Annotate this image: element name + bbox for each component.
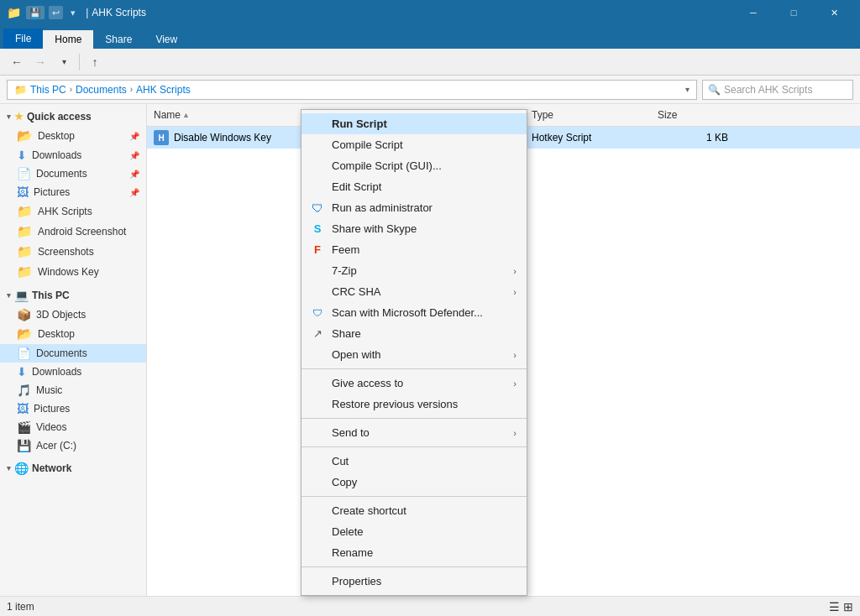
ctx-create-shortcut[interactable]: Create shortcut [302, 500, 527, 521]
forward-button[interactable]: → [30, 52, 50, 72]
videos-icon: 🎬 [17, 420, 31, 434]
ctx-edit-script-label: Edit Script [332, 180, 381, 193]
ctx-crc-sha[interactable]: CRC SHA › [302, 281, 527, 302]
col-type-header[interactable]: Type [525, 107, 651, 123]
sidebar-item-label-desktop-quick: Desktop [38, 130, 75, 142]
ctx-run-as-admin[interactable]: 🛡 Run as administrator [302, 197, 527, 218]
network-label: Network [32, 462, 71, 474]
col-size-header[interactable]: Size [651, 107, 735, 123]
status-text: 1 item [7, 601, 34, 613]
android-folder-icon: 📁 [17, 224, 33, 239]
close-button[interactable]: ✕ [815, 0, 853, 25]
sidebar-item-desktop-thispc[interactable]: 📂 Desktop [0, 324, 146, 344]
tab-share[interactable]: Share [93, 30, 144, 49]
ctx-run-script[interactable]: Run Script [302, 113, 527, 134]
music-icon: 🎵 [17, 384, 31, 397]
ctx-cut[interactable]: Cut [302, 451, 527, 472]
sidebar-section-network[interactable]: ▾ 🌐 Network [0, 458, 146, 478]
save-btn[interactable]: 💾 [26, 6, 45, 19]
file-name-label: Disable Windows Key [174, 132, 271, 144]
ctx-run-script-label: Run Script [332, 117, 387, 130]
sidebar-item-windows-key[interactable]: 📁 Windows Key [0, 262, 146, 282]
address-path[interactable]: 📁 This PC › Documents › AHK Scripts ▾ [7, 80, 697, 100]
pin-icon-pictures: 📌 [129, 188, 139, 197]
list-view-icon[interactable]: ☰ [829, 600, 840, 613]
ctx-compile-script[interactable]: Compile Script [302, 134, 527, 155]
back-button[interactable]: ← [7, 52, 27, 72]
ctx-delete[interactable]: Delete [302, 521, 527, 542]
ctx-copy[interactable]: Copy [302, 472, 527, 493]
sidebar-item-label-screenshots: Screenshots [38, 246, 94, 258]
tab-view[interactable]: View [144, 30, 189, 49]
quick-access-label: Quick access [27, 111, 92, 123]
ctx-share-skype[interactable]: S Share with Skype [302, 218, 527, 239]
ctx-give-access[interactable]: Give access to › [302, 373, 527, 394]
ctx-run-as-admin-label: Run as administrator [332, 201, 433, 214]
ctx-compile-script-gui[interactable]: Compile Script (GUI)... [302, 155, 527, 176]
ctx-feem-label: Feem [332, 243, 359, 256]
sidebar-item-music[interactable]: 🎵 Music [0, 381, 146, 399]
ctx-properties[interactable]: Properties [302, 571, 527, 592]
sidebar-item-label-documents-quick: Documents [36, 168, 87, 180]
minimize-button[interactable]: ─ [734, 0, 773, 25]
sidebar-item-label-windows-key: Windows Key [38, 266, 99, 278]
ctx-scan-defender[interactable]: 🛡 Scan with Microsoft Defender... [302, 302, 527, 323]
search-box[interactable]: 🔍 Search AHK Scripts [702, 80, 853, 100]
sidebar-item-downloads-quick[interactable]: ⬇ Downloads 📌 [0, 146, 146, 164]
quick-access-toolbar: 💾 ↩ ▾ [26, 8, 79, 18]
recent-locations-button[interactable]: ▾ [54, 52, 74, 72]
dropdown-btn[interactable]: ▾ [67, 6, 79, 19]
maximize-button[interactable]: □ [774, 0, 813, 25]
ctx-7zip[interactable]: 7-Zip › [302, 260, 527, 281]
sidebar-item-desktop-quick[interactable]: 📂 Desktop 📌 [0, 126, 146, 146]
sidebar-item-downloads-thispc[interactable]: ⬇ Downloads [0, 363, 146, 381]
tab-file[interactable]: File [3, 29, 43, 49]
tab-home[interactable]: Home [43, 30, 93, 49]
ctx-open-with[interactable]: Open with › [302, 344, 527, 365]
undo-btn[interactable]: ↩ [49, 6, 63, 19]
desktop-thispc-icon: 📂 [17, 326, 33, 342]
sidebar-item-acer[interactable]: 💾 Acer (C:) [0, 436, 146, 455]
sidebar-item-3dobjects[interactable]: 📦 3D Objects [0, 305, 146, 324]
ctx-share[interactable]: ↗ Share [302, 323, 527, 344]
status-bar: 1 item ☰ ⊞ [0, 596, 860, 616]
skype-icon: S [310, 222, 325, 237]
sidebar-item-label-pictures-thispc: Pictures [34, 403, 70, 415]
ctx-send-to[interactable]: Send to › [302, 422, 527, 443]
sidebar-item-pictures-thispc[interactable]: 🖼 Pictures [0, 399, 146, 418]
windows-key-folder-icon: 📁 [17, 264, 33, 279]
detail-view-icon[interactable]: ⊞ [843, 600, 853, 613]
ctx-rename[interactable]: Rename [302, 542, 527, 563]
pin-icon-documents: 📌 [129, 170, 139, 179]
sidebar-section-quick-access[interactable]: ▾ ★ Quick access [0, 107, 146, 126]
path-segment-ahkscripts[interactable]: AHK Scripts [136, 84, 191, 96]
sidebar-item-documents-quick[interactable]: 📄 Documents 📌 [0, 164, 146, 183]
ctx-open-with-arrow: › [513, 350, 517, 360]
title-bar: 📁 💾 ↩ ▾ | AHK Scripts ─ □ ✕ [0, 0, 860, 25]
path-segment-documents[interactable]: Documents [76, 84, 127, 96]
downloads-thispc-icon: ⬇ [17, 365, 27, 378]
sidebar: ▾ ★ Quick access 📂 Desktop 📌 ⬇ Downloads… [0, 104, 147, 596]
toolbar-separator-1 [79, 54, 80, 70]
up-button[interactable]: ↑ [85, 52, 105, 72]
sidebar-item-label-downloads-quick: Downloads [32, 149, 81, 161]
ctx-rename-label: Rename [332, 546, 373, 559]
sidebar-item-android-screenshot[interactable]: 📁 Android Screenshot [0, 222, 146, 242]
feem-icon: F [310, 243, 325, 258]
path-segment-thispc[interactable]: This PC [30, 84, 66, 96]
sidebar-item-documents-thispc[interactable]: 📄 Documents [0, 344, 146, 363]
ctx-crc-sha-arrow: › [513, 287, 517, 297]
ctx-edit-script[interactable]: Edit Script [302, 176, 527, 197]
path-dropdown[interactable]: ▾ [685, 85, 690, 94]
sidebar-item-pictures-quick[interactable]: 🖼 Pictures 📌 [0, 183, 146, 201]
sidebar-section-thispc[interactable]: ▾ 💻 This PC [0, 285, 146, 305]
ctx-restore-versions[interactable]: Restore previous versions [302, 394, 527, 415]
ctx-feem[interactable]: F Feem [302, 239, 527, 260]
pin-icon-desktop: 📌 [129, 132, 139, 141]
title-bar-separator: | [86, 7, 88, 18]
sidebar-item-videos[interactable]: 🎬 Videos [0, 418, 146, 436]
ctx-scan-defender-label: Scan with Microsoft Defender... [332, 306, 483, 319]
sidebar-item-ahkscripts[interactable]: 📁 AHK Scripts [0, 201, 146, 222]
sidebar-item-screenshots[interactable]: 📁 Screenshots [0, 242, 146, 262]
ctx-7zip-arrow: › [513, 266, 517, 276]
